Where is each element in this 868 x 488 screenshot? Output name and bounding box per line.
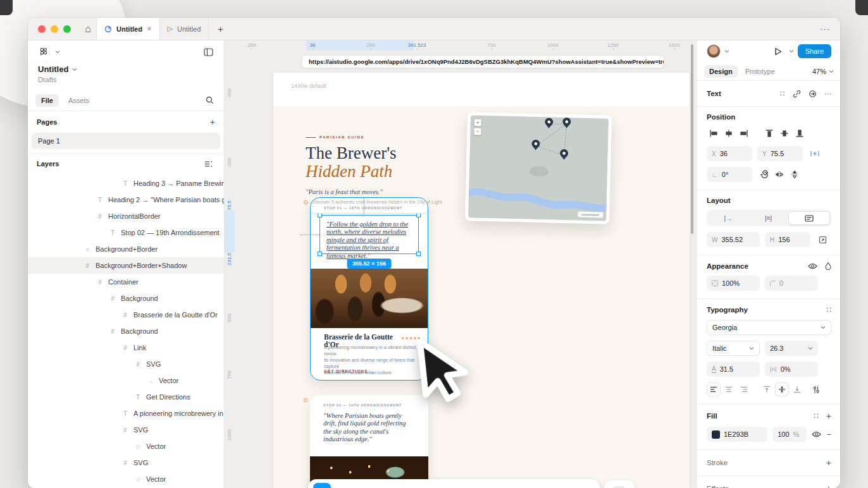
y-position-field[interactable]: Y75.5 (757, 146, 803, 161)
present-play-icon[interactable] (771, 44, 785, 58)
font-family-select[interactable]: Georgia (707, 320, 831, 335)
styles-grid-icon[interactable]: ∷ (780, 89, 785, 98)
share-button[interactable]: Share (798, 44, 831, 58)
page-item-page1[interactable]: Page 1 (32, 133, 220, 149)
constraints-icon[interactable] (808, 147, 822, 161)
text-align-right-icon[interactable] (737, 382, 751, 396)
home-icon[interactable]: ⌂ (80, 21, 96, 37)
selection-handle[interactable] (416, 252, 421, 256)
minimize-window-button[interactable] (51, 25, 58, 33)
vertical-align-bottom-icon[interactable] (790, 382, 804, 396)
layer-row[interactable]: TA pioneering microbrewery in a v (28, 405, 224, 422)
letter-spacing-field[interactable]: |A|0% (765, 362, 818, 377)
zoom-level-control[interactable]: 47% (812, 68, 834, 75)
zoom-window-button[interactable] (63, 25, 71, 33)
layer-row[interactable]: #Container (28, 274, 224, 290)
flip-horizontal-icon[interactable] (772, 168, 786, 181)
collapse-layers-icon[interactable] (201, 157, 215, 171)
align-horizontal-center-icon[interactable] (722, 126, 736, 140)
chevron-down-icon[interactable] (724, 49, 729, 53)
titlebar-more-icon[interactable]: ··· (820, 24, 840, 34)
map[interactable]: + − (468, 115, 609, 221)
layer-row[interactable]: THeading 2 → "Where Parisian boats gentl… (28, 192, 224, 208)
file-name[interactable]: Untitled (38, 64, 68, 74)
layer-row[interactable]: →Vector (28, 372, 224, 389)
visibility-eye-icon[interactable] (808, 263, 817, 269)
fill-styles-icon[interactable]: ∷ (814, 412, 819, 420)
layer-row[interactable]: TGet Directions (28, 389, 224, 405)
type-settings-icon[interactable] (809, 382, 823, 396)
layer-row[interactable]: ☆Vector (28, 438, 224, 454)
selection-handle[interactable] (318, 213, 322, 217)
figma-toolbar[interactable] (308, 479, 600, 488)
blend-droplet-icon[interactable] (825, 262, 831, 270)
layer-row[interactable]: #SVG (28, 422, 224, 438)
more-icon[interactable]: ··· (824, 90, 832, 97)
layer-row[interactable]: #Brasserie de la Goutte d'Or (28, 307, 224, 323)
link-icon[interactable] (793, 90, 801, 98)
align-right-icon[interactable] (737, 126, 751, 140)
add-page-button[interactable]: + (210, 117, 215, 127)
align-bottom-icon[interactable] (793, 126, 807, 140)
figma-menu-icon[interactable] (37, 45, 51, 59)
tab-file[interactable]: File (35, 94, 59, 107)
chevron-down-icon[interactable] (789, 49, 794, 53)
text-selection-box[interactable] (319, 215, 419, 254)
add-stroke-button[interactable]: + (826, 458, 831, 468)
get-directions-link[interactable]: GET DIRECTIONS → (324, 369, 375, 374)
layer-row[interactable]: THeading 3 → Paname Brewing C (28, 175, 224, 192)
layer-row[interactable]: #SVG (28, 356, 224, 372)
avatar[interactable] (707, 44, 721, 58)
frame-name-label[interactable]: 1440w default (291, 83, 326, 89)
new-tab-button[interactable]: + (209, 23, 232, 34)
align-left-icon[interactable] (707, 126, 721, 140)
align-top-icon[interactable] (762, 126, 776, 140)
tab-design[interactable]: Design (704, 65, 738, 78)
vertical-align-top-icon[interactable] (760, 382, 774, 396)
canvas-scrollbar[interactable] (691, 44, 693, 234)
close-window-button[interactable] (38, 25, 46, 33)
tab-untitled-file[interactable]: Untitled × (96, 18, 160, 40)
font-size-select[interactable]: 26.3 (765, 341, 818, 356)
layer-row[interactable]: #Background+Border+Shadow (28, 257, 224, 274)
chevron-down-icon[interactable] (51, 45, 65, 59)
selection-handle[interactable] (318, 252, 322, 256)
line-height-field[interactable]: A31.5 (707, 362, 760, 377)
resize-hug-icon[interactable]: |→ (708, 211, 748, 225)
fill-color-swatch[interactable] (712, 430, 720, 439)
align-vertical-center-icon[interactable] (778, 126, 791, 140)
fill-color-field[interactable]: 1E293B (707, 427, 767, 442)
aspect-ratio-lock-icon[interactable] (815, 233, 829, 247)
layer-row[interactable]: #Background (28, 323, 224, 339)
close-tab-icon[interactable]: × (147, 24, 152, 34)
height-field[interactable]: H156 (765, 232, 810, 247)
type-styles-icon[interactable]: ∷ (826, 305, 831, 314)
flip-vertical-icon[interactable] (788, 168, 802, 181)
x-position-field[interactable]: X36 (707, 146, 752, 161)
search-icon[interactable] (202, 94, 216, 107)
layer-row[interactable]: TStop 02 — 19th Arrondissement (28, 224, 224, 241)
opacity-field[interactable]: 100% (707, 276, 760, 291)
canvas[interactable]: -25036250391.523750100012501500 -500-250… (225, 40, 696, 488)
rotation-field[interactable]: ∟0° (707, 167, 752, 182)
text-auto-resize-icon[interactable] (788, 211, 830, 225)
add-fill-button[interactable]: + (826, 411, 831, 421)
layer-row[interactable]: #Link (28, 339, 224, 356)
map-card[interactable]: + − (465, 112, 612, 224)
text-align-left-icon[interactable] (707, 382, 721, 396)
add-effect-button[interactable]: + (826, 484, 831, 488)
font-style-select[interactable]: Italic (707, 341, 760, 356)
layer-row[interactable]: #HorizontalBorder (28, 208, 224, 224)
vertical-align-middle-icon[interactable] (775, 382, 789, 396)
tab-assets[interactable]: Assets (63, 94, 95, 107)
layer-row[interactable]: #SVG (28, 454, 224, 471)
map-zoom-out-button[interactable]: − (474, 128, 481, 135)
chevron-down-icon[interactable] (72, 68, 77, 71)
selection-handle[interactable] (416, 213, 421, 217)
width-field[interactable]: W355.52 (707, 232, 760, 247)
tab-untitled-prototype[interactable]: ▷ Untitled (160, 18, 209, 40)
toolbar-secondary-pill[interactable] (604, 480, 635, 488)
layer-row[interactable]: ☆Vector (28, 471, 224, 487)
layer-row[interactable]: ○Background+Border (28, 241, 224, 257)
resize-fill-icon[interactable]: |=| (748, 211, 789, 225)
